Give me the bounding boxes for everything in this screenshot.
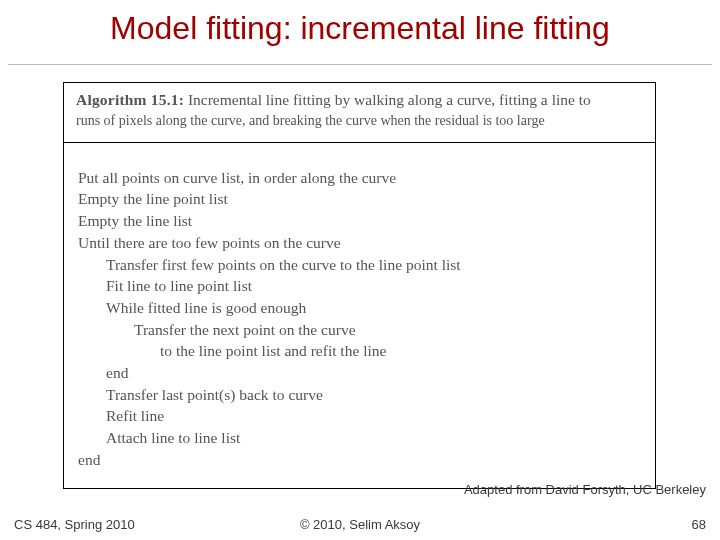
algo-line: Fit line to line point list [78,275,645,297]
slide: Model fitting: incremental line fitting … [0,0,720,540]
algo-line: Transfer first few points on the curve t… [78,254,645,276]
algo-line: Put all points on curve list, in order a… [78,167,645,189]
algorithm-body: Put all points on curve list, in order a… [64,143,655,489]
algorithm-caption-line1: Algorithm 15.1: Incremental line fitting… [76,91,591,108]
algorithm-label: Algorithm 15.1: [76,91,184,108]
algo-line: end [78,449,645,471]
algo-line: end [78,362,645,384]
algo-line: Transfer last point(s) back to curve [78,384,645,406]
algo-line: Transfer the next point on the curve [78,319,645,341]
algo-line: Refit line [78,405,645,427]
page-title: Model fitting: incremental line fitting [0,10,720,47]
footer-center: © 2010, Selim Aksoy [0,517,720,532]
algo-line: Empty the line point list [78,188,645,210]
footer: CS 484, Spring 2010 © 2010, Selim Aksoy … [0,514,720,532]
algorithm-caption: Algorithm 15.1: Incremental line fitting… [64,83,655,143]
image-credit: Adapted from David Forsyth, UC Berkeley [464,482,706,497]
algo-line: While fitted line is good enough [78,297,645,319]
algo-line: Empty the line list [78,210,645,232]
algorithm-caption-text1: Incremental line fitting by walking alon… [188,91,591,108]
footer-right: 68 [692,517,706,532]
title-underline [8,64,712,65]
algorithm-box: Algorithm 15.1: Incremental line fitting… [63,82,656,489]
algo-line: to the line point list and refit the lin… [78,340,645,362]
algorithm-caption-text2: runs of pixels along the curve, and brea… [76,113,545,128]
algo-line: Attach line to line list [78,427,645,449]
algo-line: Until there are too few points on the cu… [78,232,645,254]
